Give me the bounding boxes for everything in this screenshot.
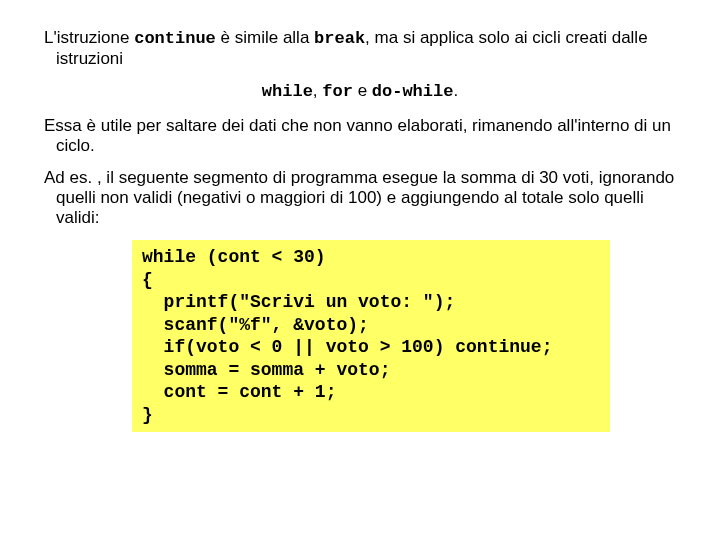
keyword-while: while (262, 82, 313, 101)
slide-body: L'istruzione continue è simile alla brea… (0, 0, 720, 432)
code-block: while (cont < 30) { printf("Scrivi un vo… (132, 240, 610, 432)
keyword-break: break (314, 29, 365, 48)
paragraph-1: L'istruzione continue è simile alla brea… (44, 28, 676, 69)
paragraph-3: Ad es. , il seguente segmento di program… (44, 168, 676, 228)
keyword-for: for (322, 82, 353, 101)
keyword-continue: continue (134, 29, 216, 48)
text: è simile alla (216, 28, 314, 47)
keyword-do-while: do-while (372, 82, 454, 101)
keyword-line: while, for e do-while. (44, 81, 676, 102)
paragraph-2: Essa è utile per saltare dei dati che no… (44, 116, 676, 156)
text: e (353, 81, 372, 100)
text: L'istruzione (44, 28, 134, 47)
text: . (453, 81, 458, 100)
text: , (313, 81, 322, 100)
